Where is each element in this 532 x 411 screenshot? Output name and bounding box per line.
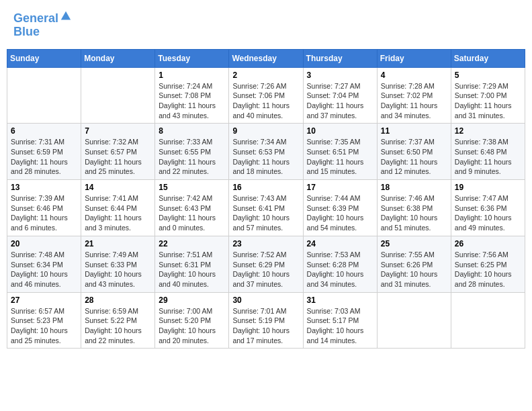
day-info: Sunrise: 7:47 AM Sunset: 6:36 PM Dayligh… bbox=[455, 193, 521, 233]
weekday-header-friday: Friday bbox=[377, 49, 451, 67]
day-info: Sunrise: 7:28 AM Sunset: 7:02 PM Dayligh… bbox=[381, 81, 447, 121]
weekday-header-monday: Monday bbox=[81, 49, 155, 67]
day-number: 4 bbox=[381, 71, 447, 80]
day-info: Sunrise: 7:41 AM Sunset: 6:44 PM Dayligh… bbox=[85, 193, 151, 233]
calendar-cell: 5Sunrise: 7:29 AM Sunset: 7:00 PM Daylig… bbox=[451, 67, 525, 124]
calendar-week-1: 1Sunrise: 7:24 AM Sunset: 7:08 PM Daylig… bbox=[7, 67, 525, 124]
day-info: Sunrise: 7:33 AM Sunset: 6:55 PM Dayligh… bbox=[159, 137, 225, 177]
calendar-cell: 22Sunrise: 7:51 AM Sunset: 6:31 PM Dayli… bbox=[155, 236, 229, 292]
calendar-cell: 18Sunrise: 7:46 AM Sunset: 6:38 PM Dayli… bbox=[377, 180, 451, 236]
day-number: 19 bbox=[455, 183, 521, 192]
calendar-cell: 26Sunrise: 7:56 AM Sunset: 6:25 PM Dayli… bbox=[451, 236, 525, 292]
day-number: 18 bbox=[381, 183, 447, 192]
day-info: Sunrise: 7:42 AM Sunset: 6:43 PM Dayligh… bbox=[159, 193, 225, 233]
day-number: 11 bbox=[381, 126, 447, 136]
calendar-cell: 17Sunrise: 7:44 AM Sunset: 6:39 PM Dayli… bbox=[303, 180, 377, 236]
weekday-header-sunday: Sunday bbox=[7, 49, 81, 67]
calendar-week-5: 27Sunrise: 6:57 AM Sunset: 5:23 PM Dayli… bbox=[7, 292, 525, 349]
calendar-cell: 20Sunrise: 7:48 AM Sunset: 6:34 PM Dayli… bbox=[7, 236, 81, 292]
calendar-cell: 16Sunrise: 7:43 AM Sunset: 6:41 PM Dayli… bbox=[229, 180, 303, 236]
calendar-cell: 15Sunrise: 7:42 AM Sunset: 6:43 PM Dayli… bbox=[155, 180, 229, 236]
calendar-cell bbox=[451, 292, 525, 349]
weekday-header-wednesday: Wednesday bbox=[229, 49, 303, 67]
day-info: Sunrise: 7:53 AM Sunset: 6:28 PM Dayligh… bbox=[307, 250, 373, 289]
day-info: Sunrise: 7:27 AM Sunset: 7:04 PM Dayligh… bbox=[307, 81, 373, 121]
day-number: 27 bbox=[11, 295, 77, 305]
logo-general: General bbox=[13, 11, 58, 25]
calendar-cell: 28Sunrise: 6:59 AM Sunset: 5:22 PM Dayli… bbox=[81, 292, 155, 349]
calendar-cell: 7Sunrise: 7:32 AM Sunset: 6:57 PM Daylig… bbox=[81, 124, 155, 180]
day-number: 1 bbox=[159, 71, 225, 80]
day-info: Sunrise: 6:57 AM Sunset: 5:23 PM Dayligh… bbox=[11, 306, 77, 346]
calendar-cell: 4Sunrise: 7:28 AM Sunset: 7:02 PM Daylig… bbox=[377, 67, 451, 124]
day-info: Sunrise: 7:00 AM Sunset: 5:20 PM Dayligh… bbox=[159, 306, 225, 346]
calendar-cell: 11Sunrise: 7:37 AM Sunset: 6:50 PM Dayli… bbox=[377, 124, 451, 180]
day-info: Sunrise: 7:52 AM Sunset: 6:29 PM Dayligh… bbox=[232, 250, 299, 289]
day-number: 10 bbox=[307, 126, 373, 136]
logo: General Blue bbox=[13, 10, 72, 39]
calendar-header-row: SundayMondayTuesdayWednesdayThursdayFrid… bbox=[7, 49, 525, 67]
day-number: 25 bbox=[381, 239, 447, 248]
calendar-cell: 31Sunrise: 7:03 AM Sunset: 5:17 PM Dayli… bbox=[303, 292, 377, 349]
calendar-table: SundayMondayTuesdayWednesdayThursdayFrid… bbox=[7, 49, 525, 349]
day-number: 24 bbox=[307, 239, 373, 248]
calendar-cell: 23Sunrise: 7:52 AM Sunset: 6:29 PM Dayli… bbox=[229, 236, 303, 292]
svg-marker-0 bbox=[61, 11, 71, 20]
logo-icon bbox=[60, 10, 72, 22]
calendar-cell: 21Sunrise: 7:49 AM Sunset: 6:33 PM Dayli… bbox=[81, 236, 155, 292]
logo-blue: Blue bbox=[13, 25, 40, 38]
day-number: 7 bbox=[85, 126, 151, 136]
day-info: Sunrise: 7:32 AM Sunset: 6:57 PM Dayligh… bbox=[85, 137, 151, 177]
calendar-cell: 27Sunrise: 6:57 AM Sunset: 5:23 PM Dayli… bbox=[7, 292, 81, 349]
calendar-cell: 8Sunrise: 7:33 AM Sunset: 6:55 PM Daylig… bbox=[155, 124, 229, 180]
calendar-week-3: 13Sunrise: 7:39 AM Sunset: 6:46 PM Dayli… bbox=[7, 180, 525, 236]
calendar-cell bbox=[7, 67, 81, 124]
calendar-week-2: 6Sunrise: 7:31 AM Sunset: 6:59 PM Daylig… bbox=[7, 124, 525, 180]
day-info: Sunrise: 7:46 AM Sunset: 6:38 PM Dayligh… bbox=[381, 193, 447, 233]
day-number: 22 bbox=[159, 239, 225, 248]
calendar-cell: 1Sunrise: 7:24 AM Sunset: 7:08 PM Daylig… bbox=[155, 67, 229, 124]
calendar-cell: 3Sunrise: 7:27 AM Sunset: 7:04 PM Daylig… bbox=[303, 67, 377, 124]
day-number: 29 bbox=[159, 295, 225, 305]
day-number: 31 bbox=[307, 295, 373, 305]
day-info: Sunrise: 7:39 AM Sunset: 6:46 PM Dayligh… bbox=[11, 193, 77, 233]
day-info: Sunrise: 7:24 AM Sunset: 7:08 PM Dayligh… bbox=[159, 81, 225, 121]
calendar-cell: 25Sunrise: 7:55 AM Sunset: 6:26 PM Dayli… bbox=[377, 236, 451, 292]
day-info: Sunrise: 7:29 AM Sunset: 7:00 PM Dayligh… bbox=[455, 81, 521, 121]
calendar-cell bbox=[81, 67, 155, 124]
day-number: 30 bbox=[232, 295, 299, 305]
day-info: Sunrise: 7:03 AM Sunset: 5:17 PM Dayligh… bbox=[307, 306, 373, 346]
day-number: 28 bbox=[85, 295, 151, 305]
calendar-cell: 29Sunrise: 7:00 AM Sunset: 5:20 PM Dayli… bbox=[155, 292, 229, 349]
day-number: 2 bbox=[232, 71, 299, 80]
day-number: 21 bbox=[85, 239, 151, 248]
day-number: 12 bbox=[455, 126, 521, 136]
day-info: Sunrise: 7:48 AM Sunset: 6:34 PM Dayligh… bbox=[11, 250, 77, 289]
calendar-cell: 10Sunrise: 7:35 AM Sunset: 6:51 PM Dayli… bbox=[303, 124, 377, 180]
calendar-cell: 19Sunrise: 7:47 AM Sunset: 6:36 PM Dayli… bbox=[451, 180, 525, 236]
calendar-cell: 12Sunrise: 7:38 AM Sunset: 6:48 PM Dayli… bbox=[451, 124, 525, 180]
calendar-cell: 13Sunrise: 7:39 AM Sunset: 6:46 PM Dayli… bbox=[7, 180, 81, 236]
day-number: 5 bbox=[455, 71, 521, 80]
day-number: 6 bbox=[11, 126, 77, 136]
day-info: Sunrise: 7:55 AM Sunset: 6:26 PM Dayligh… bbox=[381, 250, 447, 289]
weekday-header-tuesday: Tuesday bbox=[155, 49, 229, 67]
calendar-cell: 6Sunrise: 7:31 AM Sunset: 6:59 PM Daylig… bbox=[7, 124, 81, 180]
day-number: 13 bbox=[11, 183, 77, 192]
day-number: 26 bbox=[455, 239, 521, 248]
day-number: 15 bbox=[159, 183, 225, 192]
calendar-cell bbox=[377, 292, 451, 349]
day-info: Sunrise: 7:44 AM Sunset: 6:39 PM Dayligh… bbox=[307, 193, 373, 233]
day-number: 8 bbox=[159, 126, 225, 136]
day-info: Sunrise: 7:31 AM Sunset: 6:59 PM Dayligh… bbox=[11, 137, 77, 177]
day-info: Sunrise: 7:37 AM Sunset: 6:50 PM Dayligh… bbox=[381, 137, 447, 177]
calendar-cell: 24Sunrise: 7:53 AM Sunset: 6:28 PM Dayli… bbox=[303, 236, 377, 292]
day-number: 3 bbox=[307, 71, 373, 80]
calendar-cell: 14Sunrise: 7:41 AM Sunset: 6:44 PM Dayli… bbox=[81, 180, 155, 236]
day-info: Sunrise: 7:01 AM Sunset: 5:19 PM Dayligh… bbox=[232, 306, 299, 346]
calendar-cell: 9Sunrise: 7:34 AM Sunset: 6:53 PM Daylig… bbox=[229, 124, 303, 180]
day-number: 17 bbox=[307, 183, 373, 192]
day-info: Sunrise: 7:26 AM Sunset: 7:06 PM Dayligh… bbox=[232, 81, 299, 121]
calendar-cell: 2Sunrise: 7:26 AM Sunset: 7:06 PM Daylig… bbox=[229, 67, 303, 124]
day-number: 9 bbox=[232, 126, 299, 136]
